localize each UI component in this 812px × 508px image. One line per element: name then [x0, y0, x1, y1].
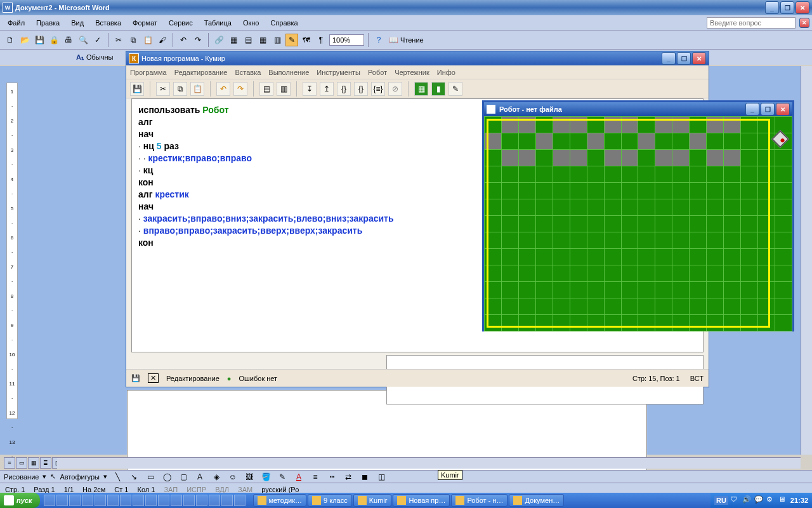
- robot-cell[interactable]: [587, 265, 604, 282]
- view-print-icon[interactable]: ▦: [28, 457, 39, 469]
- kumir-run2-icon[interactable]: {}: [354, 82, 368, 96]
- robot-cell[interactable]: [655, 133, 672, 150]
- ql-icon-10[interactable]: [158, 495, 169, 506]
- view-outline-icon[interactable]: ≣: [40, 457, 51, 469]
- robot-cell[interactable]: [501, 315, 518, 331]
- robot-cell[interactable]: [518, 249, 535, 265]
- robot-cell[interactable]: [672, 117, 690, 133]
- robot-cell[interactable]: [672, 199, 690, 216]
- robot-cell[interactable]: [690, 117, 707, 133]
- format-style-icon[interactable]: A₁: [76, 53, 84, 62]
- robot-cell[interactable]: [621, 298, 638, 315]
- robot-cell[interactable]: [621, 133, 638, 150]
- kumir-step-out-icon[interactable]: ↥: [320, 82, 334, 96]
- picture-icon[interactable]: 🖼: [243, 471, 256, 483]
- preview-icon[interactable]: 🔍: [77, 34, 89, 46]
- robot-cell[interactable]: [587, 133, 604, 150]
- lineweight-icon[interactable]: ≡: [309, 471, 322, 483]
- kumir-grid1-icon[interactable]: ▦: [414, 82, 428, 96]
- robot-cell[interactable]: [638, 282, 655, 298]
- robot-cell[interactable]: [638, 133, 655, 150]
- robot-cell[interactable]: [535, 166, 553, 183]
- robot-cell[interactable]: [570, 265, 587, 282]
- robot-cell[interactable]: [485, 315, 502, 331]
- robot-cell[interactable]: [741, 249, 758, 265]
- robot-cell[interactable]: [690, 249, 707, 265]
- kumir-close-button[interactable]: ✕: [692, 52, 706, 65]
- robot-cell[interactable]: [535, 216, 553, 232]
- robot-cell[interactable]: [638, 315, 655, 331]
- robot-cell[interactable]: [690, 216, 707, 232]
- robot-cell[interactable]: [672, 298, 690, 315]
- robot-cell[interactable]: [587, 199, 604, 216]
- robot-cell[interactable]: [775, 232, 792, 249]
- robot-cell[interactable]: [518, 133, 535, 150]
- tray-icon-2[interactable]: 🔊: [742, 495, 752, 505]
- kumir-run1-icon[interactable]: {}: [337, 82, 351, 96]
- robot-cell[interactable]: [621, 183, 638, 199]
- robot-cell[interactable]: [604, 199, 621, 216]
- robot-cell[interactable]: [741, 298, 758, 315]
- word-menu-edit[interactable]: Правка: [31, 17, 65, 29]
- robot-cell[interactable]: [707, 183, 724, 199]
- robot-cell[interactable]: [621, 249, 638, 265]
- kumir-sb-x-icon[interactable]: ✕: [148, 373, 159, 383]
- robot-cell[interactable]: [535, 183, 553, 199]
- robot-cell[interactable]: [485, 265, 502, 282]
- word-menu-help[interactable]: Справка: [265, 17, 303, 29]
- robot-cell[interactable]: [638, 265, 655, 282]
- robot-cell[interactable]: [741, 282, 758, 298]
- robot-cell[interactable]: [501, 265, 518, 282]
- robot-cell[interactable]: [758, 298, 775, 315]
- robot-cell[interactable]: [775, 183, 792, 199]
- robot-cell[interactable]: [690, 265, 707, 282]
- robot-cell[interactable]: [501, 117, 518, 133]
- kumir-menu-program[interactable]: Программа: [130, 69, 167, 76]
- clipart-icon[interactable]: ☺: [226, 471, 239, 483]
- robot-cell[interactable]: [570, 298, 587, 315]
- robot-cell[interactable]: [501, 166, 518, 183]
- robot-cell[interactable]: [707, 133, 724, 150]
- rect-icon[interactable]: ▭: [144, 471, 157, 483]
- robot-cell[interactable]: [553, 133, 570, 150]
- robot-cell[interactable]: [655, 117, 672, 133]
- oval-icon[interactable]: ◯: [160, 471, 173, 483]
- robot-cell[interactable]: [570, 232, 587, 249]
- robot-cell[interactable]: [775, 249, 792, 265]
- robot-cell[interactable]: [758, 150, 775, 166]
- robot-cell[interactable]: [587, 232, 604, 249]
- robot-cell[interactable]: [518, 315, 535, 331]
- select-icon[interactable]: ↖: [50, 472, 56, 481]
- robot-cell[interactable]: [724, 117, 741, 133]
- robot-cell[interactable]: [621, 150, 638, 166]
- ql-icon-1[interactable]: [44, 495, 55, 506]
- fill-icon[interactable]: 🪣: [259, 471, 272, 483]
- robot-cell[interactable]: [758, 166, 775, 183]
- robot-cell[interactable]: [655, 265, 672, 282]
- robot-cell[interactable]: [570, 133, 587, 150]
- robot-cell[interactable]: [535, 249, 553, 265]
- para-icon[interactable]: ¶: [315, 34, 327, 46]
- ql-icon-6[interactable]: [107, 495, 119, 506]
- robot-cell[interactable]: [604, 232, 621, 249]
- format-painter-icon[interactable]: 🖌: [156, 34, 169, 46]
- ql-icon-4[interactable]: [82, 495, 93, 506]
- robot-cell[interactable]: [707, 282, 724, 298]
- robot-cell[interactable]: [758, 282, 775, 298]
- robot-cell[interactable]: [553, 199, 570, 216]
- docmap-icon[interactable]: 🗺: [300, 34, 313, 46]
- robot-cell[interactable]: [690, 282, 707, 298]
- word-menu-table[interactable]: Таблица: [199, 17, 237, 29]
- robot-cell[interactable]: [501, 298, 518, 315]
- robot-cell[interactable]: [553, 232, 570, 249]
- columns-icon[interactable]: ▥: [271, 34, 284, 46]
- robot-cell[interactable]: [672, 150, 690, 166]
- robot-cell[interactable]: [775, 315, 792, 331]
- word-hscrollbar[interactable]: [57, 457, 801, 469]
- robot-cell[interactable]: [553, 183, 570, 199]
- reading-label[interactable]: Чтение: [400, 36, 424, 44]
- linecolor-icon[interactable]: ✎: [276, 471, 289, 483]
- robot-cell[interactable]: [655, 150, 672, 166]
- ql-icon-12[interactable]: [183, 495, 195, 506]
- drawing-icon[interactable]: ✎: [285, 34, 298, 46]
